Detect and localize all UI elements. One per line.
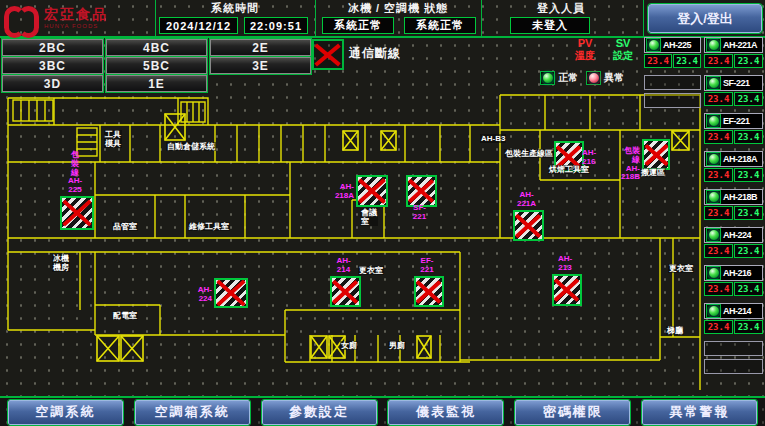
unit-values-row: 23.423.4 (704, 168, 763, 182)
unit-tile-sf-221[interactable]: SF-22123.423.4 (704, 75, 763, 106)
room-label: 工具 模具 (104, 130, 122, 148)
unit-values-row: 23.423.4 (644, 54, 701, 68)
room-label: 更衣室 (358, 266, 384, 275)
monitor-column-right: AH-221A23.423.4SF-22123.423.4EF-22123.42… (704, 37, 763, 377)
hmi-screen: 宏亞食品 HUNYA FOODS 系統時間 2024/12/12 22:09:5… (0, 0, 765, 426)
unit-led-cell (706, 190, 721, 204)
room-label: 自動倉儲系統 (166, 142, 216, 151)
floor-button-5bc[interactable]: 5BC (106, 57, 207, 74)
unit-values-row: 23.423.4 (704, 54, 763, 68)
unit-name-row: AH-216 (704, 265, 763, 281)
room-label: AH-B3 (480, 134, 506, 143)
equipment-marker-ah-218b[interactable]: 包裝線 AH-218B (642, 139, 666, 166)
logo-subtitle: HUNYA FOODS (44, 23, 108, 29)
equipment-marker-ah-221a[interactable]: AH-221A (513, 210, 540, 237)
unit-pv-value: 23.4 (704, 54, 733, 68)
equipment-marker-ah-218a[interactable]: AH-218A (356, 175, 384, 203)
floor-button-3d[interactable]: 3D (2, 75, 103, 92)
floor-button-4bc[interactable]: 4BC (106, 39, 207, 56)
bottom-nav: 空調系統空調箱系統參數設定儀表監視密碼權限異常警報 (0, 396, 765, 426)
equipment-marker-ah-224[interactable]: AH-224 (214, 278, 244, 304)
unit-pv-value: 23.4 (704, 320, 733, 334)
floor-button-2e[interactable]: 2E (210, 39, 311, 56)
machine-status-label: 冰機 / 空調機 狀態 (316, 1, 480, 16)
login-panel: 登入人員 未登入 (482, 0, 640, 36)
logo-title: 宏亞食品 (44, 7, 108, 21)
unit-name-label: AH-214 (723, 306, 751, 316)
setpoint-label: 設定 (604, 49, 642, 63)
unit-tile-ah-218a[interactable]: AH-218A23.423.4 (704, 151, 763, 182)
nav-button-4[interactable]: 密碼權限 (515, 400, 630, 425)
unit-pv-value: 23.4 (704, 206, 733, 220)
unit-name-row: AH-214 (704, 303, 763, 319)
pv-sv-header: PV SV 溫度 設定 (566, 37, 642, 63)
equipment-marker-sf-221[interactable]: SF-221 (406, 175, 433, 203)
unit-tile-ah-221a[interactable]: AH-221A23.423.4 (704, 37, 763, 68)
room-label: 會議 室 (360, 208, 378, 226)
unit-status-led-icon (708, 39, 720, 51)
room-label: 烘焙工具室 (548, 165, 590, 174)
comm-alarm-label: 通信斷線 (349, 45, 401, 62)
comm-alarm: 通信斷線 (312, 39, 401, 70)
machine-status-panel: 冰機 / 空調機 狀態 系統正常 系統正常 (316, 0, 480, 36)
floor-button-3bc[interactable]: 3BC (2, 57, 103, 74)
unit-tile-ah-214[interactable]: AH-21423.423.4 (704, 303, 763, 334)
unit-status-led-icon (708, 115, 720, 127)
unit-led-cell (706, 114, 721, 128)
unit-name-row: AH-225 (644, 37, 701, 53)
room-label: 更衣室 (668, 264, 694, 273)
nav-button-5[interactable]: 異常警報 (642, 400, 757, 425)
unit-status-led-icon (708, 77, 720, 89)
unit-tile-ah-225[interactable]: AH-22523.423.4 (644, 37, 701, 68)
unit-sv-value: 23.4 (734, 282, 763, 296)
equipment-label: AH-218A (335, 183, 354, 201)
floor-selector: 2BC4BC2E3BC5BC3E3D1E (2, 38, 314, 92)
floor-button-3e[interactable]: 3E (210, 57, 311, 74)
legend-normal-label: 正常 (558, 71, 578, 85)
unit-name-label: AH-221A (723, 40, 757, 50)
unit-status-led-icon (708, 153, 720, 165)
hunya-logo-icon (4, 4, 38, 32)
unit-sv-value: 23.4 (734, 92, 763, 106)
nav-button-1[interactable]: 空調箱系統 (135, 400, 250, 425)
nav-button-2[interactable]: 參數設定 (262, 400, 377, 425)
unit-name-row: AH-221A (704, 37, 763, 53)
unit-sv-value: 23.4 (673, 54, 701, 68)
unit-tile-ah-216[interactable]: AH-21623.423.4 (704, 265, 763, 296)
equipment-label: 包裝線 AH-218B (621, 147, 640, 182)
room-label: 維修工具室 (188, 222, 230, 231)
status-legend: 正常 異常 (540, 71, 624, 85)
equipment-marker-ah-225[interactable]: 包裝線 AH-225 (60, 196, 90, 226)
comm-fail-hatch-icon (356, 175, 388, 207)
unit-status-led-icon (648, 39, 660, 51)
unit-pv-value: 23.4 (704, 92, 733, 106)
floor-button-2bc[interactable]: 2BC (2, 39, 103, 56)
unit-name-label: AH-224 (723, 230, 751, 240)
empty-slot (644, 75, 701, 90)
nav-button-0[interactable]: 空調系統 (8, 400, 123, 425)
company-logo: 宏亞食品 HUNYA FOODS (4, 2, 154, 34)
unit-pv-value: 23.4 (704, 244, 733, 258)
unit-pv-value: 23.4 (704, 168, 733, 182)
equipment-marker-ef-221[interactable]: EF-221 (414, 276, 440, 303)
nav-button-3[interactable]: 儀表監視 (388, 400, 503, 425)
equipment-marker-ah-213[interactable]: AH-213 (552, 274, 578, 302)
unit-name-row: SF-221 (704, 75, 763, 91)
floor-button-1e[interactable]: 1E (106, 75, 207, 92)
equipment-marker-ah-216[interactable]: AH-216 (554, 141, 580, 168)
unit-sv-value: 23.4 (734, 320, 763, 334)
unit-values-row: 23.423.4 (704, 206, 763, 220)
legend-abnormal-label: 異常 (604, 71, 624, 85)
top-bar: 宏亞食品 HUNYA FOODS 系統時間 2024/12/12 22:09:5… (0, 0, 765, 38)
equipment-marker-ah-214[interactable]: AH-214 (330, 276, 357, 303)
equipment-label: SF-221 (413, 204, 427, 222)
unit-tile-ah-218b[interactable]: AH-218B23.423.4 (704, 189, 763, 220)
unit-name-row: AH-218B (704, 189, 763, 205)
comm-fail-hatch-icon (642, 139, 670, 170)
login-logout-button[interactable]: 登入/登出 (648, 4, 762, 33)
unit-tile-ah-224[interactable]: AH-22423.423.4 (704, 227, 763, 258)
normal-led-icon (542, 72, 554, 84)
unit-values-row: 23.423.4 (704, 92, 763, 106)
unit-name-row: EF-221 (704, 113, 763, 129)
unit-tile-ef-221[interactable]: EF-22123.423.4 (704, 113, 763, 144)
